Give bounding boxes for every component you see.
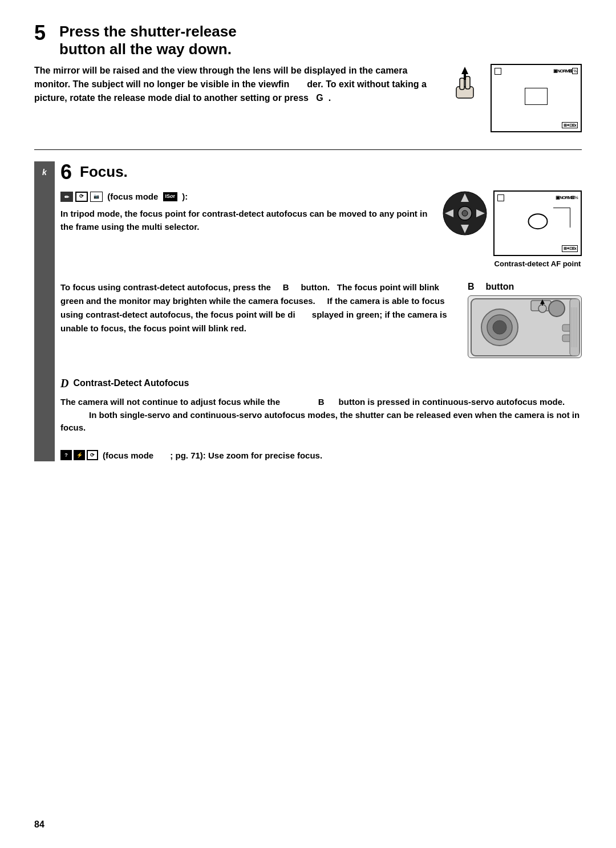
step5-title-line1: Press the shutter-release — [59, 23, 237, 40]
monitor2-top-left — [497, 194, 504, 201]
step5-images: ▣NORM⊠½ ⊞✦⊡Ex — [445, 64, 582, 132]
b-button-section: To focus using contrast-detect autofocus… — [60, 281, 582, 358]
b-button-text: To focus using contrast-detect autofocus… — [60, 281, 456, 358]
svg-rect-0 — [456, 87, 473, 98]
multi-selector-svg — [442, 190, 488, 236]
bottom-focus-mode: ? ⚡ ⟳ (focus mode ; pg. 71): Use zoom fo… — [60, 449, 582, 461]
step6-sidebar: k — [34, 161, 55, 461]
svg-rect-2 — [465, 76, 470, 89]
svg-point-18 — [538, 305, 546, 313]
monitor-top-right-text: ▣NORM⊠½ — [553, 68, 578, 74]
note-section: D Contrast-Detect Autofocus The camera w… — [60, 370, 582, 440]
b-button-label: B button — [468, 281, 514, 293]
focus-mode-paren-close: ): — [180, 190, 188, 204]
step6-number: 6 — [60, 162, 72, 182]
step6-title: Focus. — [80, 161, 128, 182]
step5-section: 5 Press the shutter-release button all t… — [34, 23, 582, 132]
pointer-line-horizontal — [553, 208, 570, 208]
bottom-icon-2: ⚡ — [74, 450, 85, 460]
monitor-images-group: ▣NORM⊠½ ⊞✦⊡Ex Contrast-detect AF point — [442, 190, 582, 269]
focus-mode-text: ✏ ⟳ 📷 (focus mode ISor ): In tripod mode… — [60, 190, 431, 269]
step6-monitor-diagram: ▣NORM⊠½ ⊞✦⊡Ex — [493, 190, 582, 256]
step5-monitor-diagram: ▣NORM⊠½ ⊞✦⊡Ex — [491, 64, 582, 132]
step5-title: Press the shutter-release button all the… — [59, 23, 237, 58]
svg-rect-1 — [460, 78, 464, 90]
camera-body-diagram — [468, 295, 582, 358]
section-divider — [34, 149, 582, 150]
camera-rotate-icon: ⟳ — [75, 192, 88, 202]
bottom-icon-group: ? ⚡ ⟳ — [60, 450, 98, 460]
monitor-center-rect — [525, 88, 548, 105]
monitor2-top-right: ▣NORM⊠½ — [556, 194, 578, 201]
bottom-focus-mode-text: (focus mode ; pg. 71): Use zoom for prec… — [103, 449, 322, 461]
bottom-icon-1: ? — [60, 450, 72, 460]
b-button-diagram: B button — [468, 281, 582, 358]
shutter-hand-diagram — [445, 64, 485, 109]
step6-sidebar-label: k — [42, 167, 47, 178]
pencil-icon: ✏ — [60, 192, 73, 202]
shutter-hand-svg — [445, 64, 485, 109]
button-word: button — [486, 281, 514, 293]
step5-number: 5 — [34, 23, 51, 43]
step6-header: 6 Focus. — [60, 161, 582, 182]
focus-mode-paren-open: (focus mode — [105, 190, 161, 204]
camera-illustration-svg — [468, 296, 582, 358]
page-number: 84 — [34, 818, 44, 831]
svg-point-7 — [462, 210, 468, 216]
note-body: The camera will not continue to adjust f… — [60, 396, 582, 435]
monitor-top-left-icon — [495, 68, 501, 75]
focus-mode-section: ✏ ⟳ 📷 (focus mode ISor ): In tripod mode… — [60, 190, 582, 269]
step6-section: k 6 Focus. ✏ ⟳ 📷 (focus mode ISor ): In … — [34, 161, 582, 461]
monitor-bottom-right-text: ⊞✦⊡Ex — [562, 122, 578, 129]
focus-mode-description: In tripod mode, the focus point for cont… — [60, 208, 431, 233]
step5-content: The mirror will be raised and the view t… — [34, 64, 582, 132]
pointer-line-vertical — [570, 208, 570, 228]
svg-point-15 — [493, 320, 506, 334]
b-button-paragraph: To focus using contrast-detect autofocus… — [60, 281, 456, 335]
bottom-icon-3: ⟳ — [87, 450, 98, 460]
contrast-detect-label: Contrast-detect AF point — [493, 259, 582, 269]
b-letter: B — [468, 281, 475, 293]
step5-body: The mirror will be raised and the view t… — [34, 64, 433, 105]
note-title: D Contrast-Detect Autofocus — [60, 375, 582, 391]
svg-point-17 — [549, 301, 565, 317]
multi-selector-diagram — [442, 190, 488, 236]
note-heading: Contrast-Detect Autofocus — [73, 377, 189, 389]
step6-content: 6 Focus. ✏ ⟳ 📷 (focus mode ISor ): In tr… — [60, 161, 582, 461]
note-paragraph: The camera will not continue to adjust f… — [60, 396, 582, 435]
monitor2-bottom-right: ⊞✦⊡Ex — [562, 245, 578, 252]
step5-header: 5 Press the shutter-release button all t… — [34, 23, 582, 58]
svg-marker-3 — [461, 67, 468, 74]
camera-face-icon: 📷 — [90, 192, 103, 202]
iso-badge: ISor — [163, 192, 178, 201]
note-d-icon: D — [60, 375, 68, 391]
focus-mode-icons: ✏ ⟳ 📷 (focus mode ISor ): — [60, 190, 431, 204]
focus-point-circle — [528, 213, 548, 229]
step5-body-text: The mirror will be raised and the view t… — [34, 64, 433, 105]
step5-title-line2: button all the way down. — [59, 40, 232, 58]
svg-rect-4 — [464, 74, 466, 80]
